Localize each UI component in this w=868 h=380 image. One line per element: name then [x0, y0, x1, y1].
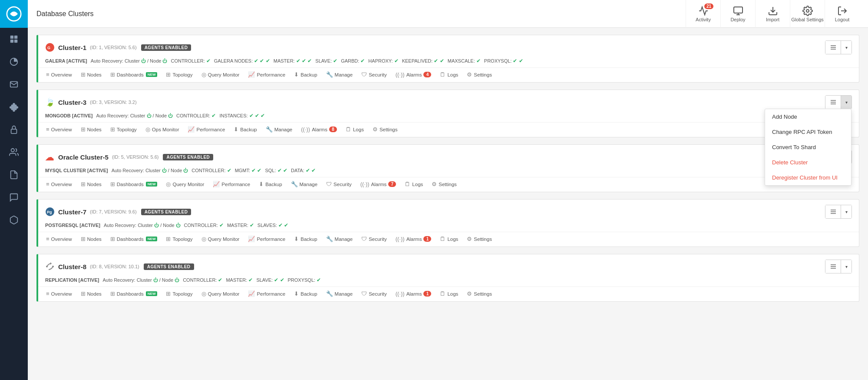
cluster-8-actions-btn[interactable]: ▾ [825, 260, 852, 273]
nav-overview-5[interactable]: ≡ Overview [42, 177, 76, 192]
cluster-1-icon: G [45, 43, 55, 52]
cluster-1-menu-main[interactable] [825, 41, 841, 54]
sidebar-item-charts[interactable] [0, 50, 28, 73]
nav-performance-5[interactable]: 📈 Performance [208, 177, 254, 192]
cluster-8-menu-main[interactable] [825, 260, 841, 273]
nav-alarms-1[interactable]: ((·)) Alarms 4 [391, 68, 436, 82]
cluster-card-7: Pg Cluster-7 (ID: 7, VERSION: 9.6) AGENT… [36, 199, 859, 247]
nav-backup-5[interactable]: ⬇ Backup [254, 177, 286, 192]
sidebar-item-box[interactable] [0, 209, 28, 231]
nav-overview-8[interactable]: ≡ Overview [42, 287, 76, 301]
global-settings-button[interactable]: Global Settings [790, 0, 825, 28]
nav-settings-5[interactable]: ⚙ Settings [427, 177, 461, 192]
cluster-3-menu-dropdown[interactable]: ▾ [841, 96, 851, 109]
dropdown-add-node[interactable]: Add Node [765, 109, 851, 124]
nav-performance-8[interactable]: 📈 Performance [244, 287, 290, 301]
nav-manage-3[interactable]: 🔧 Manage [261, 123, 297, 137]
nav-performance-1[interactable]: 📈 Performance [244, 68, 290, 82]
nav-alarms-3[interactable]: ((·)) Alarms 8 [297, 123, 341, 137]
dropdown-delete-cluster[interactable]: Delete Cluster [765, 155, 851, 170]
nav-dashboards-5[interactable]: ⊞ DashboardsNEW [106, 177, 162, 192]
cluster-1-agents-badge: AGENTS ENABLED [141, 44, 191, 51]
cluster-3-name: Cluster-3 [58, 99, 86, 106]
sidebar-item-integrations[interactable] [0, 96, 28, 118]
nav-querymonitor-7[interactable]: ◎ Query Monitor [197, 232, 244, 247]
nav-querymonitor-1[interactable]: ◎ Query Monitor [197, 68, 244, 82]
nav-querymonitor-5[interactable]: ◎ Query Monitor [162, 177, 208, 192]
nav-nodes-7[interactable]: ⊞ Nodes [76, 232, 106, 247]
nav-performance-7[interactable]: 📈 Performance [244, 232, 290, 247]
nav-manage-5[interactable]: 🔧 Manage [287, 177, 322, 192]
nav-topology-1[interactable]: ⊞ Topology [162, 68, 197, 82]
nav-backup-1[interactable]: ⬇ Backup [290, 68, 321, 82]
nav-overview-1[interactable]: ≡ Overview [42, 68, 76, 82]
nav-opsmonitor-3[interactable]: ◎ Ops Monitor [141, 123, 184, 137]
cluster-5-header: ☁ Oracle Cluster-5 (ID: 5, VERSION: 5.6)… [45, 150, 852, 164]
nav-topology-7[interactable]: ⊞ Topology [162, 232, 197, 247]
cluster-7-menu-main[interactable] [825, 205, 841, 218]
cluster-3-menu-main[interactable] [825, 96, 841, 109]
nav-alarms-8[interactable]: ((·)) Alarms 1 [391, 287, 436, 301]
cluster-1-menu-dropdown[interactable]: ▾ [841, 41, 851, 54]
nav-manage-1[interactable]: 🔧 Manage [322, 68, 357, 82]
nav-backup-3[interactable]: ⬇ Backup [229, 123, 261, 137]
cluster-8-name: Cluster-8 [58, 263, 86, 270]
nav-logs-5[interactable]: 🗒 Logs [400, 177, 427, 192]
import-button[interactable]: Import [755, 0, 790, 28]
sidebar-item-users[interactable] [0, 141, 28, 163]
nav-security-1[interactable]: 🛡 Security [357, 68, 391, 82]
sidebar-item-chat[interactable] [0, 186, 28, 209]
nav-alarms-7[interactable]: ((·)) Alarms 1 [391, 232, 436, 247]
nav-settings-3[interactable]: ⚙ Settings [368, 123, 402, 137]
nav-alarms-5[interactable]: ((·)) Alarms 7 [356, 177, 401, 192]
logout-button[interactable]: Logout [825, 0, 859, 28]
nav-overview-3[interactable]: ≡ Overview [42, 123, 76, 137]
logo[interactable] [0, 0, 28, 28]
nav-logs-7[interactable]: 🗒 Logs [436, 232, 462, 247]
nav-settings-8[interactable]: ⚙ Settings [462, 287, 496, 301]
cluster-1-actions-btn[interactable]: ▾ [825, 40, 852, 54]
nav-nodes-5[interactable]: ⊞ Nodes [76, 177, 106, 192]
dropdown-deregister-cluster[interactable]: Deregister Cluster from UI [765, 170, 851, 185]
svg-rect-17 [831, 45, 836, 46]
dropdown-convert-shard[interactable]: Convert To Shard [765, 140, 851, 155]
nav-topology-3[interactable]: ⊞ Topology [106, 123, 141, 137]
nav-dashboards-8[interactable]: ⊞ DashboardsNEW [106, 287, 162, 301]
nav-nodes-3[interactable]: ⊞ Nodes [76, 123, 106, 137]
cluster-7-actions-btn[interactable]: ▾ [825, 205, 852, 219]
nav-manage-7[interactable]: 🔧 Manage [322, 232, 357, 247]
nav-logs-8[interactable]: 🗒 Logs [436, 287, 462, 301]
cluster-1-meta: (ID: 1, VERSION: 5.6) [90, 45, 137, 50]
sidebar-item-lock[interactable] [0, 118, 28, 141]
activity-button[interactable]: 21 Activity [686, 0, 720, 28]
nav-nodes-8[interactable]: ⊞ Nodes [76, 287, 106, 301]
deploy-button[interactable]: Deploy [720, 0, 755, 28]
nav-security-5[interactable]: 🛡 Security [322, 177, 356, 192]
cluster-3-actions-btn[interactable]: ▾ Add Node Change RPC API Token Convert … [825, 95, 852, 109]
nav-nodes-1[interactable]: ⊞ Nodes [76, 68, 106, 82]
sidebar-item-docs[interactable] [0, 163, 28, 186]
cluster-8-menu-dropdown[interactable]: ▾ [841, 260, 851, 273]
sidebar-item-mail[interactable] [0, 73, 28, 96]
deploy-label: Deploy [730, 17, 745, 22]
sidebar-item-dashboard[interactable] [0, 28, 28, 50]
nav-logs-1[interactable]: 🗒 Logs [436, 68, 462, 82]
nav-settings-7[interactable]: ⚙ Settings [462, 232, 496, 247]
nav-dashboards-1[interactable]: ⊞ DashboardsNEW [106, 68, 162, 82]
nav-dashboards-7[interactable]: ⊞ DashboardsNEW [106, 232, 162, 247]
nav-security-7[interactable]: 🛡 Security [357, 232, 391, 247]
nav-backup-8[interactable]: ⬇ Backup [290, 287, 321, 301]
cluster-3-icon: 🍃 [45, 97, 55, 107]
nav-querymonitor-8[interactable]: ◎ Query Monitor [197, 287, 244, 301]
nav-settings-1[interactable]: ⚙ Settings [462, 68, 496, 82]
nav-security-8[interactable]: 🛡 Security [357, 287, 391, 301]
nav-performance-3[interactable]: 📈 Performance [183, 123, 229, 137]
topbar: Database Clusters 21 Activity Deploy Imp… [28, 0, 868, 28]
dropdown-change-rpc[interactable]: Change RPC API Token [765, 124, 851, 140]
cluster-7-menu-dropdown[interactable]: ▾ [841, 205, 851, 218]
nav-manage-8[interactable]: 🔧 Manage [322, 287, 357, 301]
nav-backup-7[interactable]: ⬇ Backup [290, 232, 321, 247]
nav-overview-7[interactable]: ≡ Overview [42, 232, 76, 247]
nav-logs-3[interactable]: 🗒 Logs [341, 123, 368, 137]
nav-topology-8[interactable]: ⊞ Topology [162, 287, 197, 301]
